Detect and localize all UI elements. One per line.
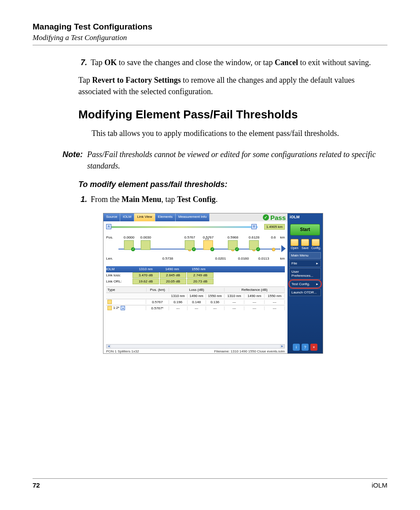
table-row[interactable]: 0.5767 0.196 0.148 0.136 --- --- ---: [106, 299, 285, 305]
open-label: Open: [290, 246, 299, 249]
row1-pos: 0.5767*: [146, 306, 169, 310]
splitter-icon: [107, 306, 112, 310]
chevron-right-icon: ►: [316, 262, 319, 265]
revert-bold: Revert to Factory Settings: [92, 76, 181, 84]
menu-user-preferences[interactable]: User Preferences...: [289, 268, 321, 279]
pos-1: 0.0030: [140, 235, 151, 239]
event-icon: [107, 300, 112, 304]
wl-1490: 1490 nm: [159, 267, 185, 271]
sub-1550-refl: 1550 nm: [265, 294, 285, 298]
ok-icon: ✓: [131, 247, 135, 251]
km-unit-bottom: km: [280, 257, 285, 261]
step-1-number: 1.: [78, 194, 87, 205]
tab-elements[interactable]: Elements: [155, 213, 176, 221]
menu-launch-otdr[interactable]: Launch OTDR...: [289, 289, 321, 296]
ok-icon: ✓: [210, 247, 214, 251]
pos-6: 0.6: [271, 235, 276, 239]
side-title: iOLM: [287, 213, 323, 220]
save-button[interactable]: Save: [301, 239, 309, 249]
element-4-splitter[interactable]: 0.57671:2✓: [203, 235, 214, 250]
len-2: 0.0160: [238, 257, 249, 261]
main-menu-header: Main Menu: [289, 252, 321, 259]
col-type: Type: [106, 288, 147, 292]
link-loss-1550: 2.749 dB: [187, 272, 214, 278]
step-7-number: 7.: [78, 57, 87, 68]
tab-iolm[interactable]: iOLM: [120, 213, 134, 221]
note-label: Note:: [63, 149, 83, 172]
pass-indicator: ✓ Pass: [263, 214, 286, 221]
pos-4: 0.5968: [228, 235, 238, 239]
page-number: 72: [33, 481, 40, 489]
ok-icon: ✓: [192, 247, 196, 251]
revert-paragraph: Tap Revert to Factory Settings to remove…: [78, 74, 387, 97]
col-refl: Reflectance (dB): [225, 288, 285, 292]
row0-refl-2: ---: [265, 300, 285, 304]
sub-1310-loss: 1310 nm: [169, 294, 188, 298]
menu-testconfig-label: Test Config.: [291, 282, 310, 286]
col-loss: Loss (dB): [169, 288, 225, 292]
splitter-ratio: 1:2: [205, 238, 209, 240]
dropdown-icon[interactable]: ▾: [121, 306, 125, 310]
note-text: Pass/Fail thresholds cannot be viewed or…: [87, 149, 387, 172]
elements-diagram: Pos. Len. km km 0.0000✓ 0.0030 0.5767✓ 0…: [106, 235, 285, 264]
tab-measurement-info[interactable]: Measurement Info: [176, 213, 210, 221]
sub-1550-loss: 1550 nm: [206, 294, 225, 298]
pos-label: Pos.: [106, 235, 113, 239]
len-3: 0.0113: [258, 257, 269, 261]
link-loss-label: Link loss:: [106, 273, 133, 277]
pos-2: 0.5767: [184, 235, 195, 239]
row1-refl-0: ---: [225, 306, 245, 310]
horizontal-scrollbar[interactable]: ◄►: [106, 344, 285, 349]
element-5[interactable]: 0.5968✓: [228, 235, 238, 250]
scroll-left-icon[interactable]: ◄: [107, 345, 111, 348]
step-7-text-b: to save the changes and close the window…: [117, 58, 275, 67]
app-screenshot: Source iOLM Link View Elements Measureme…: [103, 213, 323, 354]
sub-1490-refl: 1490 nm: [244, 294, 265, 298]
table-row[interactable]: 1:2*▾ 0.5767* --- --- --- --- --- ---: [106, 305, 285, 311]
side-panel: iOLM Start Open Save Config. Main Menu F…: [287, 213, 323, 353]
start-button[interactable]: Start: [290, 224, 320, 235]
element-2[interactable]: 0.0030: [140, 235, 151, 250]
close-button[interactable]: ×: [310, 344, 317, 351]
checkmark-icon: ✓: [263, 214, 269, 220]
status-right: Filename: 1310 1490 1550 Close events.io…: [214, 349, 285, 353]
link-bar: [106, 226, 258, 228]
status-left: PON 1 Splitters 1x32: [106, 349, 139, 353]
row1-loss-1: ---: [188, 306, 206, 310]
len-0: 0.5738: [162, 257, 173, 261]
link-loss-1490: 2.845 dB: [160, 272, 186, 278]
element-7[interactable]: 0.6: [271, 235, 276, 239]
info-button[interactable]: i: [293, 344, 300, 351]
row1-loss-2: ---: [206, 306, 225, 310]
sub-1490-loss: 1490 nm: [188, 294, 206, 298]
link-length: 1.4905 km: [264, 224, 285, 230]
cancel-bold: Cancel: [275, 58, 298, 67]
menu-test-config[interactable]: Test Config.►: [289, 280, 321, 288]
endpoint-b-icon: B: [251, 224, 257, 229]
test-config-bold: Test Config: [177, 195, 216, 204]
play-arrow-icon[interactable]: [281, 245, 286, 252]
element-3[interactable]: 0.5767✓: [184, 235, 195, 250]
element-1[interactable]: 0.0000✓: [124, 235, 134, 250]
row0-loss-2: 0.136: [206, 300, 225, 304]
menu-file[interactable]: File►: [289, 260, 321, 267]
step-7-text-c: to exit without saving.: [298, 58, 371, 67]
tab-source[interactable]: Source: [103, 213, 120, 221]
pos-5: 0.6128: [249, 235, 259, 239]
wl-header: iOLM: [106, 267, 133, 271]
open-button[interactable]: Open: [290, 239, 299, 249]
ok-bold: OK: [104, 58, 117, 67]
help-button[interactable]: ?: [302, 344, 309, 351]
scroll-right-icon[interactable]: ►: [280, 345, 284, 348]
link-orl-label: Link ORL:: [106, 279, 133, 283]
tab-link-view[interactable]: Link View: [134, 213, 155, 221]
wl-1550: 1550 nm: [185, 267, 212, 271]
section-heading: Modifying Element Pass/Fail Thresholds: [78, 108, 387, 121]
row1-refl-1: ---: [244, 306, 265, 310]
chevron-right-icon: ►: [316, 283, 319, 286]
element-6[interactable]: 0.6128✓: [249, 235, 259, 250]
col-pos: Pos. (km): [147, 288, 169, 292]
ok-icon: ✓: [256, 247, 260, 251]
row0-pos: 0.5767: [146, 300, 169, 304]
config-button[interactable]: Config.: [311, 239, 320, 249]
